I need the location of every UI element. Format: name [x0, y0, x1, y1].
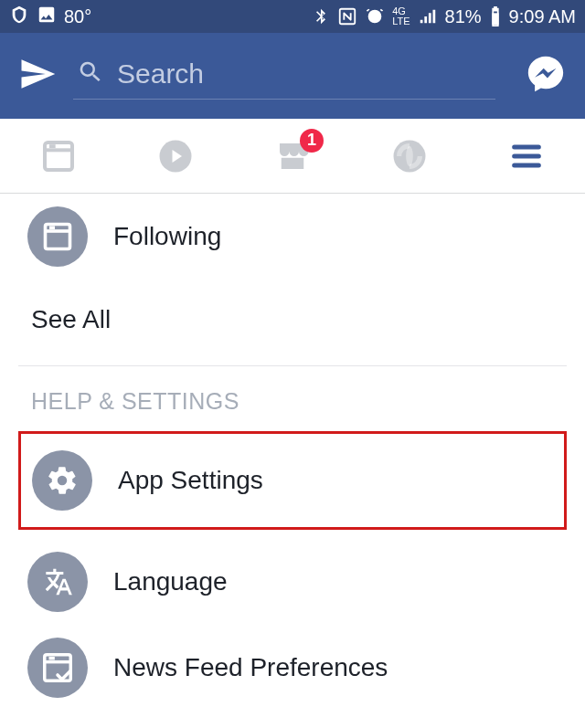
tab-notifications[interactable] [389, 136, 430, 176]
bluetooth-icon [312, 6, 330, 26]
android-status-bar: 80° 4GLTE 81% 9:09 AM [0, 0, 585, 33]
svg-rect-2 [45, 142, 72, 170]
search-icon [77, 58, 104, 90]
malwarebytes-icon [9, 5, 29, 29]
gallery-icon [37, 5, 57, 29]
tab-watch[interactable] [155, 136, 196, 176]
facebook-app-bar [0, 33, 585, 119]
menu-label: News Feed Preferences [113, 653, 388, 682]
tab-marketplace[interactable]: 1 [272, 136, 313, 176]
menu-item-language[interactable]: Language [18, 539, 567, 625]
svg-point-7 [406, 145, 413, 166]
messenger-icon[interactable] [525, 53, 567, 99]
search-input[interactable] [117, 58, 492, 90]
news-feed-prefs-icon [27, 638, 88, 698]
following-icon [27, 206, 88, 267]
tab-bar: 1 [0, 119, 585, 194]
menu-item-app-settings[interactable]: App Settings [23, 438, 562, 523]
menu-label: App Settings [118, 466, 263, 495]
tab-news-feed[interactable] [38, 136, 79, 176]
battery-icon [489, 6, 502, 26]
section-header-help-settings: HELP & SETTINGS [18, 388, 567, 431]
divider [18, 365, 567, 366]
menu-label: Language [113, 567, 228, 596]
alarm-icon [365, 6, 385, 26]
gear-icon [32, 450, 92, 511]
battery-percent: 81% [445, 6, 482, 27]
network-4g-icon: 4GLTE [392, 6, 410, 26]
svg-rect-11 [46, 225, 70, 249]
signal-icon [418, 6, 438, 26]
menu-item-news-feed-preferences[interactable]: News Feed Preferences [18, 625, 567, 711]
menu-list: Following See All HELP & SETTINGS App Se… [0, 194, 585, 711]
highlight-annotation: App Settings [18, 431, 567, 530]
nfc-icon [337, 6, 357, 26]
see-all-link[interactable]: See All [18, 280, 567, 365]
status-temperature: 80° [64, 6, 91, 27]
language-icon [27, 552, 88, 612]
tab-menu[interactable] [506, 136, 547, 176]
compose-icon[interactable] [18, 55, 57, 97]
search-field[interactable] [73, 53, 495, 100]
marketplace-badge: 1 [300, 129, 324, 153]
svg-rect-1 [492, 13, 498, 25]
status-time: 9:09 AM [509, 6, 576, 27]
menu-item-following[interactable]: Following [18, 194, 567, 280]
menu-label: Following [113, 222, 221, 251]
